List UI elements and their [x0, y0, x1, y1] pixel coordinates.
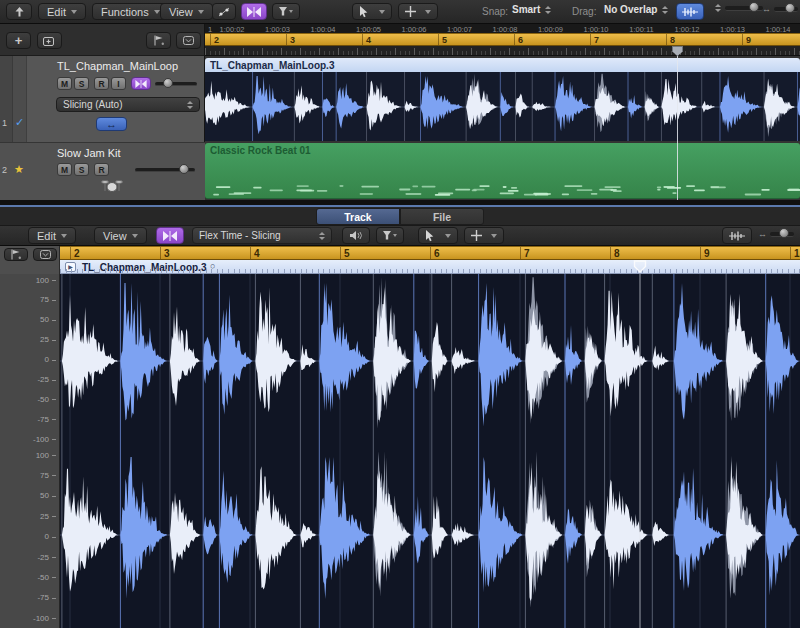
prelisten-button[interactable] — [342, 227, 370, 244]
menu-view[interactable]: View — [94, 227, 147, 244]
midi-region[interactable]: Classic Rock Beat 01 — [205, 143, 800, 199]
track-select-check[interactable]: ✓ — [15, 116, 24, 129]
playhead-marker[interactable] — [633, 260, 647, 273]
flex-mode-select[interactable]: Flex Time - Slicing — [192, 227, 332, 244]
crosshair-tool-button[interactable] — [398, 3, 438, 20]
flex-button[interactable] — [241, 3, 267, 20]
solo-button[interactable]: S — [74, 77, 89, 90]
chevron-down-icon — [132, 234, 138, 238]
track-select-star[interactable]: ★ — [14, 163, 24, 176]
stepper-icon — [187, 101, 193, 109]
track-title[interactable]: TL_Chapman_MainLoop — [57, 60, 178, 72]
vertical-zoom-slider[interactable] — [725, 6, 763, 11]
midi-notes — [205, 143, 800, 199]
mute-button[interactable]: M — [57, 77, 72, 90]
pointer-tool-button[interactable] — [418, 227, 458, 244]
volume-knob[interactable] — [179, 164, 189, 174]
track-flex-button[interactable] — [131, 77, 151, 90]
hierarchy-back-button[interactable] — [6, 3, 32, 20]
tab-file[interactable]: File — [400, 208, 484, 225]
vertical-zoom-control[interactable] — [710, 4, 763, 12]
horizontal-zoom-slider[interactable] — [774, 7, 798, 12]
crosshair-tool-button[interactable] — [464, 227, 504, 244]
menu-edit[interactable]: Edit — [28, 227, 76, 244]
collapse-button[interactable] — [33, 248, 57, 261]
catch-filter-button[interactable] — [272, 3, 300, 20]
add-track-button[interactable]: + — [6, 32, 31, 49]
flex-range-button[interactable]: ↔ — [96, 117, 127, 131]
menu-functions[interactable]: Functions — [92, 3, 169, 20]
track-header-panel: 1 ✓ TL_Chapman_MainLoop M S R I Slicing … — [0, 56, 205, 200]
record-button[interactable]: R — [94, 163, 109, 176]
amp-label: -75 — [37, 415, 49, 424]
automation-button[interactable] — [212, 3, 236, 20]
menu-functions-label: Functions — [101, 6, 149, 18]
record-button[interactable]: R — [94, 77, 109, 90]
track-header-1[interactable]: 1 ✓ TL_Chapman_MainLoop M S R I Slicing … — [0, 56, 205, 143]
bar-number: 6 — [518, 35, 523, 45]
flex-mode-select[interactable]: Slicing (Auto) — [56, 97, 200, 112]
track-volume-slider[interactable] — [135, 168, 195, 172]
bar-number: 8 — [614, 248, 620, 259]
amp-label: -100 — [33, 614, 49, 623]
bar-number: 2 — [214, 35, 219, 45]
mute-button[interactable]: M — [57, 163, 72, 176]
horizontal-zoom-icon: ↔ — [758, 229, 767, 239]
amp-label: 50 — [40, 315, 49, 324]
editor-bar-ruler[interactable]: 234567891 — [60, 246, 800, 260]
arrange-tick-strip[interactable] — [205, 46, 800, 56]
amp-tick — [52, 280, 56, 281]
track-volume-slider[interactable] — [155, 82, 197, 86]
horizontal-zoom-knob[interactable] — [779, 228, 789, 238]
drag-select[interactable]: No Overlap — [604, 4, 668, 15]
drum-kit-icon — [100, 177, 124, 194]
tab-track[interactable]: Track — [316, 208, 400, 225]
editor-window: Track File Edit View Flex Time - Slicing — [0, 205, 800, 628]
editor-region-title-bar[interactable]: ▶ TL_Chapman_MainLoop.3 ○ — [60, 260, 800, 274]
marquee-flag-button[interactable] — [4, 248, 28, 261]
funnel-icon — [278, 6, 294, 17]
track-header-2[interactable]: 2 ★ Slow Jam Kit M S R — [0, 143, 205, 200]
track-title[interactable]: Slow Jam Kit — [57, 147, 121, 159]
volume-knob[interactable] — [163, 78, 173, 88]
bar-number: 9 — [704, 248, 710, 259]
region-name-bar[interactable]: TL_Chapman_MainLoop.3 — [205, 58, 800, 72]
amp-tick — [52, 618, 56, 619]
region-waveform-body[interactable] — [205, 72, 800, 141]
chevron-down-icon — [154, 10, 160, 14]
amp-label: 75 — [40, 295, 49, 304]
solo-button[interactable]: S — [74, 163, 89, 176]
chevron-down-icon — [61, 234, 67, 238]
vertical-zoom-knob[interactable] — [749, 2, 759, 12]
marquee-flag-button[interactable] — [146, 32, 171, 49]
audio-region[interactable]: TL_Chapman_MainLoop.3 — [205, 58, 800, 141]
horizontal-zoom-knob[interactable] — [785, 3, 795, 13]
snap-value: Smart — [512, 4, 540, 15]
catch-filter-button[interactable] — [376, 227, 404, 244]
amp-tick — [52, 537, 56, 538]
up-arrow-icon — [14, 7, 25, 17]
snap-select[interactable]: Smart — [512, 4, 551, 15]
editor-waveform-canvas[interactable] — [60, 274, 800, 628]
waveform-zoom-button[interactable] — [676, 3, 704, 20]
new-track-with-duplicate-button[interactable] — [37, 32, 62, 49]
playhead-line[interactable] — [677, 46, 678, 200]
arrange-time-ruler[interactable]: 11:00:021:00:031:00:041:00:051:00:061:00… — [205, 24, 800, 33]
input-monitor-button[interactable]: I — [111, 77, 126, 90]
bar-number: 1 — [794, 248, 800, 259]
horizontal-zoom-control[interactable]: ↔ — [758, 229, 794, 239]
menu-view[interactable]: View — [160, 3, 213, 20]
arrange-bar-ruler[interactable]: 23456789 — [205, 33, 800, 46]
horizontal-zoom-slider[interactable] — [770, 232, 794, 237]
amp-label: -25 — [37, 375, 49, 384]
horizontal-zoom-control[interactable]: ↔ — [762, 4, 798, 14]
flex-button[interactable] — [156, 227, 184, 244]
bar-separator — [610, 247, 611, 259]
waveform-zoom-button[interactable] — [722, 227, 752, 244]
collapse-button[interactable] — [176, 32, 201, 49]
flex-icon — [247, 7, 261, 17]
menu-edit[interactable]: Edit — [38, 3, 86, 20]
titlebar-ticks — [60, 269, 800, 273]
pointer-tool-button[interactable] — [352, 3, 392, 20]
plus-icon: + — [15, 33, 23, 48]
